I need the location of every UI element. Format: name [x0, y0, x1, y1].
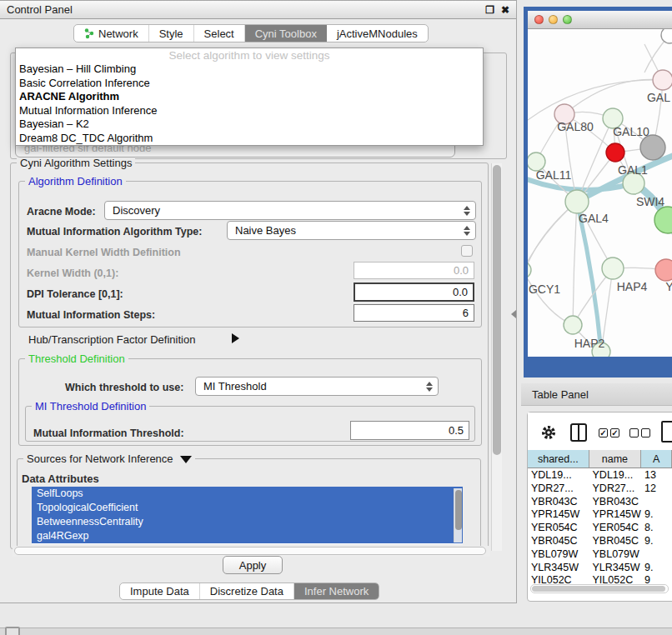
table-cell: YPR145W — [589, 508, 642, 522]
collapsed-panel-icon[interactable] — [5, 627, 20, 635]
table-cell: 9. — [641, 508, 672, 522]
table-cell: 9. — [641, 535, 672, 548]
kernel-width-field[interactable]: 0.0 — [354, 262, 474, 279]
tab-cyni-toolbox[interactable]: Cyni Toolbox — [245, 25, 327, 42]
close-traffic-light-icon[interactable] — [534, 15, 544, 24]
network-edge[interactable] — [528, 270, 573, 325]
algorithm-option-mutual-information-inference[interactable]: Mutual Information Inference — [16, 104, 483, 118]
data-attributes-list[interactable]: SelfLoopsTopologicalCoefficientBetweenne… — [32, 487, 463, 544]
table-row[interactable]: YBR043CYBR043C — [528, 496, 672, 509]
mi-steps-field[interactable]: 6 — [354, 304, 474, 322]
table-panel-title: Table Panel — [532, 388, 589, 401]
network-node[interactable] — [606, 143, 624, 162]
apply-button-label: Apply — [239, 559, 267, 572]
tab-jactivemnodules[interactable]: jActiveMNodules — [327, 25, 428, 42]
network-node[interactable] — [640, 135, 665, 160]
table-header-row: shared...nameA — [528, 450, 672, 468]
tab-infer-network[interactable]: Infer Network — [294, 583, 379, 599]
table-row[interactable]: YBL079WYBL079W — [528, 548, 672, 562]
column-header-a[interactable]: A — [641, 450, 672, 468]
algorithm-option-bayesian-k2[interactable]: Bayesian – K2 — [16, 118, 483, 132]
network-edge[interactable] — [573, 202, 577, 325]
attribute-item-gal4rgexp[interactable]: gal4RGexp — [32, 529, 463, 543]
table-row[interactable]: YPR145WYPR145W9. — [528, 508, 672, 522]
column-header-shared[interactable]: shared... — [528, 450, 589, 468]
network-node[interactable] — [653, 70, 672, 90]
tab-label: Network — [98, 28, 138, 40]
attribute-item-topologicalcoefficient[interactable]: TopologicalCoefficient — [32, 501, 463, 515]
unchecked-box-icon[interactable] — [629, 428, 639, 438]
table-cell: 8. — [641, 522, 672, 535]
network-node[interactable] — [564, 316, 582, 334]
settings-vertical-scrollbar-thumb[interactable] — [493, 165, 501, 455]
column-layout-icon[interactable] — [570, 423, 587, 442]
checked-box-icon[interactable]: ✓ — [599, 428, 608, 438]
algorithm-option-basic-correlation-inference[interactable]: Basic Correlation Inference — [16, 77, 483, 91]
attribute-list-scrollbar[interactable] — [454, 488, 462, 542]
document-icon[interactable] — [661, 421, 672, 442]
column-header-name[interactable]: name — [589, 450, 642, 468]
algorithm-option-bayesian-hill-climbing[interactable]: Bayesian – Hill Climbing — [16, 62, 483, 77]
network-node[interactable] — [528, 262, 531, 278]
attribute-item-selfloops[interactable]: SelfLoops — [32, 487, 463, 501]
checked-box-icon[interactable]: ✓ — [610, 428, 619, 438]
settings-vertical-scrollbar[interactable] — [491, 163, 502, 551]
network-node[interactable] — [565, 190, 589, 213]
collapsed-arrow-icon[interactable] — [232, 333, 239, 343]
settings-horizontal-scrollbar-thumb[interactable] — [14, 547, 486, 555]
sources-group-title[interactable]: Sources for Network Inference — [23, 452, 195, 465]
table-cell — [641, 496, 672, 509]
settings-gear-icon[interactable] — [540, 424, 557, 441]
kernel-width-label: Kernel Width (0,1): — [27, 268, 118, 279]
aracne-mode-combo[interactable]: Discovery — [104, 201, 476, 220]
network-node[interactable] — [661, 29, 672, 43]
network-edge[interactable] — [528, 80, 663, 129]
dpi-tolerance-field[interactable]: 0.0 — [354, 282, 474, 302]
network-canvas[interactable]: GALGAL80GAL10GAL1GAL11GAL4SWI4GCY1HAP4YH… — [528, 29, 672, 357]
table-row[interactable]: YDR27...YDR27...12 — [528, 482, 672, 496]
expanded-arrow-icon[interactable] — [180, 456, 192, 463]
network-node-label: GAL11 — [536, 168, 572, 182]
table-horizontal-scrollbar-thumb[interactable] — [532, 586, 665, 592]
table-row[interactable]: YBR045CYBR045C9. — [528, 535, 672, 548]
algorithm-dropdown-popup: Select algorithm to view settings Bayesi… — [15, 48, 484, 146]
kernel-width-value: 0.0 — [454, 264, 469, 277]
which-threshold-combo[interactable]: MI Threshold — [195, 377, 439, 396]
apply-button[interactable]: Apply — [223, 556, 283, 574]
network-node[interactable] — [602, 258, 624, 279]
zoom-traffic-light-icon[interactable] — [563, 15, 572, 24]
minimize-traffic-light-icon[interactable] — [549, 15, 558, 24]
manual-kernel-label: Manual Kernel Width Definition — [27, 247, 181, 258]
tab-impute-data[interactable]: Impute Data — [120, 583, 200, 599]
dpi-tolerance-label: DPI Tolerance [0,1]: — [27, 288, 123, 300]
algorithm-option-dream8-dc-tdc-algorithm[interactable]: Dream8 DC_TDC Algorithm — [16, 132, 483, 146]
algorithm-option-aracne-algorithm[interactable]: ARACNE Algorithm — [16, 90, 483, 104]
hub-definition-toggle[interactable]: Hub/Transcription Factor Definition — [28, 333, 195, 346]
status-strip — [0, 628, 672, 635]
tab-network[interactable]: Network — [74, 25, 149, 42]
table-body: YDL19...YDL19...13YDR27...YDR27...12YBR0… — [528, 469, 672, 586]
table-cell: 12 — [641, 482, 672, 496]
table-row[interactable]: YLR345WYLR345W9. — [528, 562, 672, 575]
mi-threshold-field[interactable]: 0.5 — [350, 421, 469, 440]
network-node[interactable] — [654, 207, 672, 233]
manual-kernel-checkbox[interactable] — [461, 245, 473, 257]
close-panel-icon[interactable]: ✖ — [501, 4, 509, 16]
tab-style[interactable]: Style — [149, 25, 194, 42]
table-row[interactable]: YDL19...YDL19...13 — [528, 469, 672, 482]
network-node[interactable] — [655, 259, 672, 281]
split-pane-handle-icon[interactable] — [511, 310, 516, 318]
tab-discretize-data[interactable]: Discretize Data — [200, 583, 294, 599]
attribute-list-scrollbar-thumb[interactable] — [455, 490, 462, 530]
unchecked-box-icon[interactable] — [641, 428, 650, 438]
attribute-item-betweennesscentrality[interactable]: BetweennessCentrality — [32, 515, 463, 529]
table-cell: YLR345W — [589, 562, 642, 575]
mi-steps-label: Mutual Information Steps: — [27, 309, 155, 321]
table-row[interactable]: YER054CYER054C8. — [528, 522, 672, 535]
mi-type-combo[interactable]: Naive Bayes — [227, 221, 476, 240]
network-edge[interactable] — [528, 202, 577, 270]
table-horizontal-scrollbar[interactable] — [530, 584, 669, 593]
tab-select[interactable]: Select — [194, 25, 245, 42]
spinner-arrows-icon — [463, 226, 469, 236]
float-panel-icon[interactable]: ❐ — [485, 4, 494, 16]
